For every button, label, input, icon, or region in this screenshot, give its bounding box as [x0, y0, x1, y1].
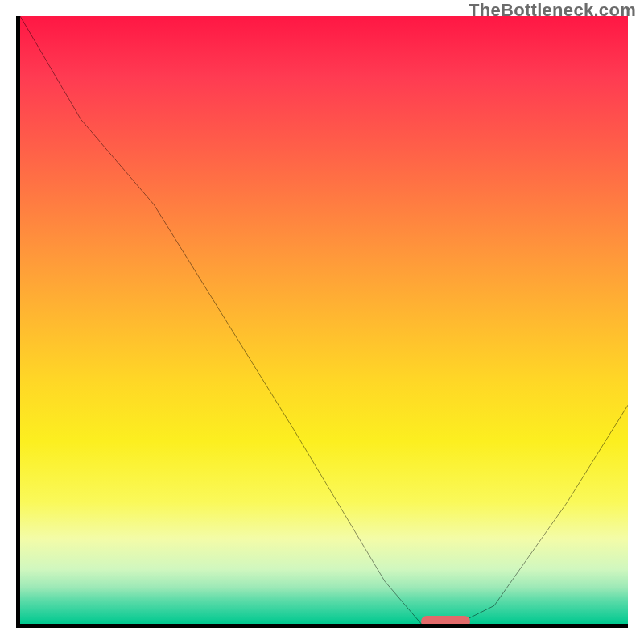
plot-area [16, 16, 628, 628]
bottleneck-curve-line [20, 16, 628, 624]
optimal-range-marker [421, 616, 469, 627]
curve-layer [20, 16, 628, 624]
bottleneck-chart: TheBottleneck.com [0, 0, 644, 644]
